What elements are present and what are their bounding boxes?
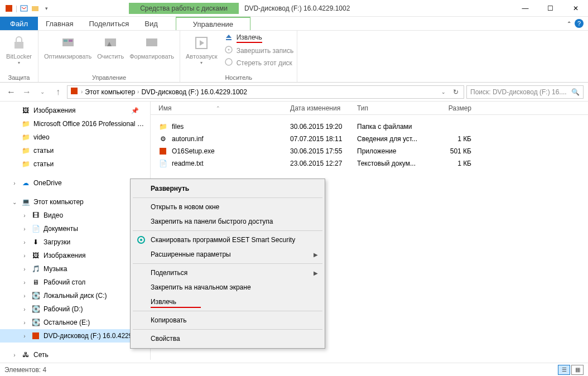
file-row[interactable]: 📄readme.txt 23.06.2015 12:27 Текстовый д… bbox=[151, 157, 588, 170]
view-icons-button[interactable]: ▦ bbox=[571, 365, 584, 375]
ctx-copy[interactable]: Копировать bbox=[132, 313, 324, 327]
ctx-advanced[interactable]: Расширенные параметры ▶ bbox=[132, 247, 324, 262]
context-menu: Развернуть Открыть в новом окне Закрепит… bbox=[130, 179, 325, 349]
statusbar: Элементов: 4 ☰ ▦ bbox=[0, 363, 588, 376]
tab-file[interactable]: Файл bbox=[0, 17, 38, 30]
sidebar-item-thispc[interactable]: ⌄💻Этот компьютер bbox=[0, 195, 150, 209]
help-icon[interactable]: ? bbox=[575, 19, 584, 28]
sidebar-item-articles2[interactable]: 📁статьи bbox=[0, 157, 150, 171]
sort-icon: ⌃ bbox=[216, 105, 220, 111]
sidebar-item-drived[interactable]: ›💽Рабочий (D:) bbox=[0, 302, 150, 316]
column-headers[interactable]: Имя⌃ Дата изменения Тип Размер bbox=[151, 102, 588, 115]
ctx-share[interactable]: Поделиться ▶ bbox=[132, 266, 324, 280]
close-button[interactable]: ✕ bbox=[563, 0, 588, 17]
dvd-icon bbox=[31, 331, 40, 340]
properties-icon[interactable] bbox=[20, 4, 28, 13]
tab-view[interactable]: Вид bbox=[137, 17, 166, 30]
window-title: DVD-дисковод (F:) 16.0.4229.1002 bbox=[244, 4, 350, 12]
history-dropdown[interactable]: ⌄ bbox=[36, 85, 49, 99]
search-input[interactable]: Поиск: DVD-дисковод (F:) 16.... 🔍 bbox=[466, 85, 584, 99]
sidebar-item-images[interactable]: 🖼Изображения📌 bbox=[0, 104, 150, 117]
sidebar-item-office[interactable]: 📁Microsoft Office 2016 Professional Plus bbox=[0, 117, 150, 131]
sidebar-item-drivee[interactable]: ›💽Остальное (E:) bbox=[0, 316, 150, 329]
qat-dropdown-icon[interactable]: ▾ bbox=[42, 4, 51, 13]
tab-home[interactable]: Главная bbox=[38, 17, 81, 30]
pictures-icon: 🖼 bbox=[31, 251, 40, 260]
svg-rect-12 bbox=[226, 39, 232, 40]
svg-rect-17 bbox=[32, 332, 39, 339]
svg-rect-8 bbox=[146, 38, 157, 46]
up-button[interactable]: ↑ bbox=[51, 85, 65, 99]
address-dropdown[interactable]: ⌄ bbox=[438, 86, 449, 98]
ctx-eject[interactable]: Извлечь bbox=[132, 295, 324, 309]
refresh-button[interactable]: ↻ bbox=[450, 86, 461, 98]
collapse-ribbon-icon[interactable]: ⌃ bbox=[567, 21, 571, 27]
erase-button[interactable]: Стереть этот диск bbox=[224, 57, 294, 68]
video-icon: 🎞 bbox=[31, 211, 40, 220]
file-row[interactable]: ⚙autorun.inf 07.07.2015 18:11 Сведения д… bbox=[151, 133, 588, 145]
tab-share[interactable]: Поделиться bbox=[81, 17, 137, 30]
sidebar-item-drivec[interactable]: ›💽Локальный диск (C:) bbox=[0, 289, 150, 302]
folder-icon: 📁 bbox=[21, 160, 30, 168]
view-details-button[interactable]: ☰ bbox=[558, 365, 570, 375]
highlight-underline bbox=[151, 307, 201, 308]
eject-button[interactable]: Извлечь bbox=[224, 33, 294, 44]
file-row[interactable]: O16Setup.exe 30.06.2015 17:55 Приложение… bbox=[151, 145, 588, 157]
svg-rect-16 bbox=[71, 88, 78, 94]
network-icon: 🖧 bbox=[21, 350, 30, 359]
desktop-icon: 🖥 bbox=[31, 278, 40, 287]
sidebar-item-desktop[interactable]: ›🖥Рабочий стол bbox=[0, 276, 150, 289]
ctx-expand[interactable]: Развернуть bbox=[132, 181, 324, 196]
sidebar-item-videos[interactable]: ›🎞Видео bbox=[0, 209, 150, 222]
bitlocker-button[interactable]: BitLocker ▾ bbox=[3, 33, 35, 66]
sidebar-item-articles1[interactable]: 📁статьи bbox=[0, 144, 150, 157]
folder-icon: 📁 bbox=[21, 119, 30, 128]
address-bar[interactable]: › Этот компьютер › DVD-дисковод (F:) 16.… bbox=[67, 85, 464, 99]
status-count: Элементов: 4 bbox=[4, 366, 46, 374]
cleanup-button[interactable]: Очистить bbox=[95, 33, 126, 61]
ctx-pin-start[interactable]: Закрепить на начальном экране bbox=[132, 280, 324, 295]
ctx-eset-scan[interactable]: Сканировать программой ESET Smart Securi… bbox=[132, 233, 324, 247]
file-row[interactable]: 📁files 30.06.2015 19:20 Папка с файлами bbox=[151, 120, 588, 133]
sidebar-item-onedrive[interactable]: ›☁OneDrive bbox=[0, 176, 150, 190]
ctx-new-window[interactable]: Открыть в новом окне bbox=[132, 200, 324, 214]
collapse-icon[interactable]: ⌄ bbox=[11, 199, 18, 205]
sidebar: 🖼Изображения📌 📁Microsoft Office 2016 Pro… bbox=[0, 102, 151, 360]
navbar: ← → ⌄ ↑ › Этот компьютер › DVD-дисковод … bbox=[0, 83, 588, 102]
breadcrumb-root[interactable]: Этот компьютер bbox=[85, 88, 135, 96]
sidebar-item-documents[interactable]: ›📄Документы bbox=[0, 222, 150, 235]
finalize-button[interactable]: Завершить запись bbox=[224, 45, 294, 56]
documents-icon: 📄 bbox=[31, 224, 40, 233]
expand-icon[interactable]: › bbox=[11, 180, 18, 186]
ctx-pin-quick[interactable]: Закрепить на панели быстрого доступа bbox=[132, 214, 324, 229]
svg-rect-1 bbox=[21, 6, 27, 11]
drive-icon: 💽 bbox=[31, 305, 40, 314]
back-button[interactable]: ← bbox=[4, 85, 18, 99]
chevron-right-icon: ▶ bbox=[314, 270, 318, 276]
new-folder-icon[interactable] bbox=[31, 4, 40, 13]
optimize-button[interactable]: Оптимизировать bbox=[42, 33, 94, 61]
pictures-icon: 🖼 bbox=[21, 106, 30, 115]
drive-icon: 💽 bbox=[31, 318, 40, 327]
sidebar-item-music[interactable]: ›🎵Музыка bbox=[0, 262, 150, 276]
breadcrumb-current[interactable]: DVD-дисковод (F:) 16.0.4229.1002 bbox=[141, 88, 247, 96]
sidebar-item-video[interactable]: 📁video bbox=[0, 131, 150, 144]
tab-manage[interactable]: Управление bbox=[176, 17, 250, 30]
svg-point-20 bbox=[140, 239, 142, 241]
sidebar-item-dvd[interactable]: ›DVD-дисковод (F:) 16.0.4229.1002 bbox=[0, 329, 150, 343]
ctx-properties[interactable]: Свойства bbox=[132, 331, 324, 346]
sidebar-item-network[interactable]: ›🖧Сеть bbox=[0, 348, 150, 360]
sidebar-item-pictures[interactable]: ›🖼Изображения bbox=[0, 249, 150, 262]
qat-separator: | bbox=[16, 4, 17, 12]
forward-button[interactable]: → bbox=[20, 85, 33, 99]
minimize-button[interactable]: — bbox=[513, 0, 538, 17]
folder-icon: 📁 bbox=[21, 146, 30, 155]
format-button[interactable]: Форматировать bbox=[127, 33, 176, 61]
eset-icon bbox=[136, 235, 146, 245]
ribbon-group-media: Носитель bbox=[184, 73, 293, 81]
svg-rect-5 bbox=[64, 40, 68, 42]
sidebar-item-downloads[interactable]: ›⬇Загрузки bbox=[0, 235, 150, 249]
search-icon: 🔍 bbox=[571, 88, 580, 96]
autorun-button[interactable]: Автозапуск ▾ bbox=[184, 33, 220, 68]
maximize-button[interactable]: ☐ bbox=[538, 0, 563, 17]
